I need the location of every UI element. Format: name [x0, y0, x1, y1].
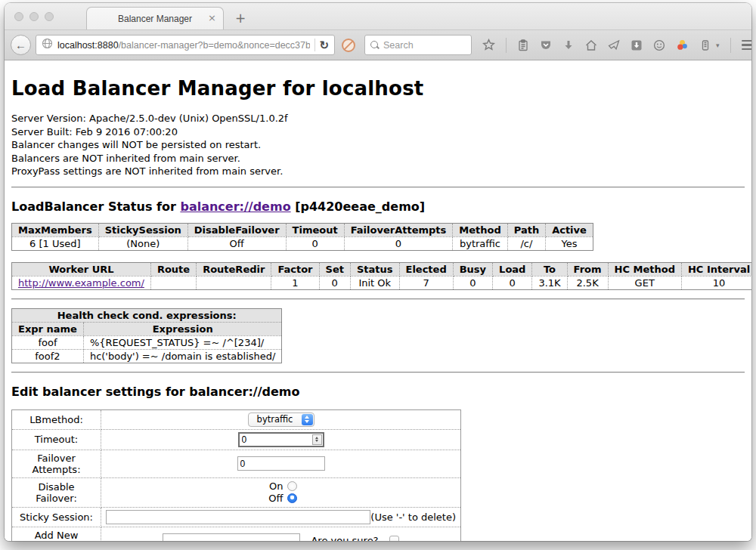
failover-attempts-label: Failover Attempts: [12, 450, 101, 477]
timeout-input[interactable] [238, 432, 324, 447]
health-header-row: Expr name Expression [12, 322, 282, 335]
worker-url-link[interactable]: http://www.example.com/ [18, 277, 144, 289]
close-window-button[interactable] [14, 12, 23, 21]
tab-bar: Balancer Manager × + [5, 3, 751, 29]
search-icon [370, 41, 380, 50]
add-worker-input[interactable] [163, 533, 300, 541]
col-timeout: Timeout [286, 223, 344, 236]
health-table-title: Health check cond. expressions: [12, 308, 282, 322]
radio-off-label: Off [265, 493, 284, 505]
health-title-row: Health check cond. expressions: [12, 308, 282, 322]
traffic-lights [14, 12, 54, 21]
toolbar-divider [506, 38, 507, 53]
radio-off[interactable] [287, 493, 297, 503]
bookmark-star-icon[interactable] [482, 39, 495, 51]
select-stepper-icon [302, 414, 313, 425]
toolbar-divider-2 [730, 38, 731, 53]
status-data-row: 6 [1 Used] (None) Off 0 0 bytraffic /c/ … [12, 236, 593, 250]
add-worker-row: Add New Worker: Are you sure? [12, 527, 461, 541]
number-spinner-icon[interactable] [312, 434, 322, 445]
failover-attempts-input[interactable] [237, 456, 325, 471]
new-tab-button[interactable]: + [231, 11, 249, 26]
notice-proxypass: ProxyPass settings are NOT inherited fro… [11, 165, 745, 178]
col-path: Path [507, 223, 545, 236]
globe-icon [42, 38, 53, 52]
worker-header-row: Worker URL Route RouteRedir Factor Set S… [12, 262, 752, 276]
send-to-device-icon[interactable] [608, 39, 620, 51]
balancer-settings-form: LBmethod: bytraffic Timeout: [11, 409, 461, 542]
server-version: Server Version: Apache/2.5.0-dev (Unix) … [11, 112, 745, 125]
add-worker-label: Add New Worker: [12, 527, 101, 541]
are-you-sure-label: Are you sure? [311, 535, 378, 541]
downloads-icon[interactable] [562, 39, 575, 51]
reading-list-icon[interactable] [517, 39, 529, 51]
blocked-content-icon[interactable] [342, 39, 355, 52]
tab-balancer-manager[interactable]: Balancer Manager × [86, 7, 224, 29]
lbmethod-label: LBmethod: [12, 409, 101, 429]
health-row-foof2: foof2 hc('body') =~ /domain is establish… [12, 349, 282, 363]
col-method: Method [453, 223, 507, 236]
status-header-row: MaxMembers StickySession DisableFailover… [12, 223, 593, 236]
minimize-window-button[interactable] [29, 12, 39, 21]
status-heading-suffix: [p4420eeae_demo] [295, 199, 425, 214]
timeout-row: Timeout: [12, 429, 461, 450]
back-button[interactable]: ← [11, 35, 31, 55]
status-heading: LoadBalancer Status for balancer://demo … [11, 199, 745, 214]
col-maxmembers: MaxMembers [12, 223, 99, 236]
lbmethod-select[interactable]: bytraffic [248, 412, 314, 427]
search-bar[interactable] [364, 35, 472, 55]
zoom-window-button[interactable] [45, 12, 54, 21]
page-title: Load Balancer Manager for localhost [11, 77, 745, 100]
tab-title: Balancer Manager [118, 14, 192, 24]
status-heading-prefix: LoadBalancer Status for [11, 199, 176, 214]
notice-inherit: Balancers are NOT inherited from main se… [11, 152, 745, 165]
balancer-link[interactable]: balancer://demo [180, 199, 290, 214]
worker-status-table: Worker URL Route RouteRedir Factor Set S… [11, 262, 751, 290]
radio-on[interactable] [287, 481, 297, 491]
edit-settings-heading: Edit balancer settings for balancer://de… [11, 385, 745, 399]
sticky-session-input[interactable] [106, 510, 370, 524]
menu-icon[interactable] [742, 40, 751, 51]
worker-data-row: http://www.example.com/ 1 0 Init Ok 7 0 … [12, 276, 752, 289]
disable-failover-row: Disable Failover: On Off [12, 477, 461, 507]
health-row-foof: foof %{REQUEST_STATUS} =~ /^[234]/ [12, 335, 282, 349]
url-host: localhost:8880 [57, 40, 119, 51]
device-menu-caret-icon[interactable]: ▾ [716, 42, 720, 49]
pocket-icon[interactable] [540, 39, 552, 51]
col-active: Active [546, 223, 593, 236]
url-path: /balancer-manager?b=demo&nonce=decc37be-… [119, 40, 310, 51]
url-bar[interactable]: localhost:8880/balancer-manager?b=demo&n… [36, 35, 335, 55]
timeout-label: Timeout: [12, 429, 101, 450]
col-stickysession: StickySession [98, 223, 187, 236]
url-text[interactable]: localhost:8880/balancer-manager?b=demo&n… [57, 40, 310, 51]
col-expression: Expression [83, 322, 282, 335]
health-check-table: Health check cond. expressions: Expr nam… [11, 308, 282, 363]
failover-attempts-row: Failover Attempts: [12, 450, 461, 477]
reload-icon[interactable]: ↻ [319, 39, 329, 52]
server-built: Server Built: Feb 9 2016 07:00:20 [11, 125, 745, 139]
server-info: Server Version: Apache/2.5.0-dev (Unix) … [11, 112, 745, 178]
disable-failover-label: Disable Failover: [12, 477, 101, 507]
are-you-sure-checkbox[interactable] [389, 536, 399, 541]
home-icon[interactable] [585, 39, 597, 51]
toolbar-icons: ▾ [482, 38, 751, 53]
search-input[interactable] [383, 40, 459, 51]
sticky-session-row: Sticky Session: (Use '-' to delete) [12, 507, 461, 527]
divider [11, 298, 745, 300]
navigation-toolbar: ← localhost:8880/balancer-manager?b=demo… [5, 29, 751, 60]
lbmethod-value: bytraffic [257, 414, 293, 425]
page-content: Load Balancer Manager for localhost Serv… [5, 60, 751, 541]
lbmethod-row: LBmethod: bytraffic [12, 409, 461, 429]
device-battery-icon[interactable] [699, 39, 711, 51]
tab-close-icon[interactable]: × [208, 12, 216, 24]
sticky-session-label: Sticky Session: [12, 507, 101, 527]
browser-window: Balancer Manager × + ← localhost:8880/ba… [5, 3, 751, 541]
col-disablefailover: DisableFailover [187, 223, 286, 236]
extension-colordots-icon[interactable] [676, 39, 689, 51]
col-expr-name: Expr name [12, 322, 84, 335]
radio-on-label: On [265, 480, 284, 493]
notice-persist: Balancer changes will NOT be persisted o… [11, 138, 745, 152]
save-page-icon[interactable] [631, 39, 643, 51]
divider [11, 372, 745, 373]
feedback-smiley-icon[interactable] [653, 39, 665, 51]
